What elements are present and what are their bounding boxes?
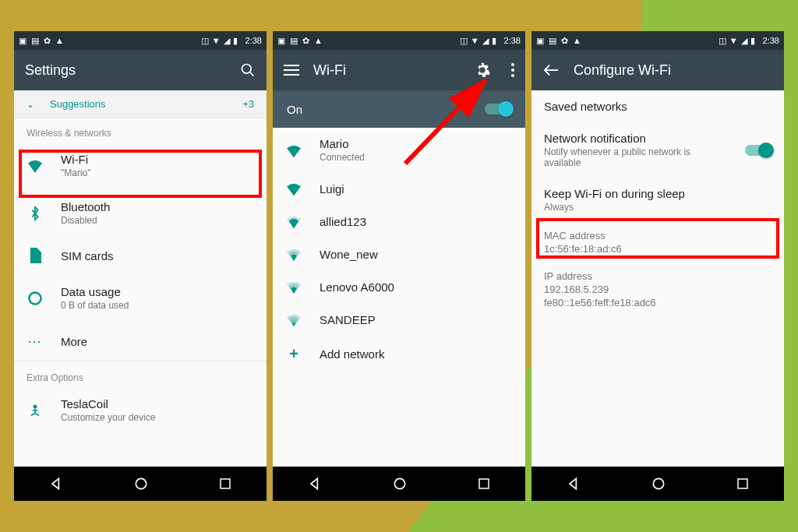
chevron-down-icon: ⌄ [26, 99, 34, 110]
warning-icon: ▲ [314, 36, 323, 46]
tesla-sub: Customize your device [61, 412, 254, 423]
settings-list: ⌄ Suggestions +3 Wireless & networks Wi-… [14, 90, 267, 467]
wifi-toggle-bar: On [273, 90, 525, 128]
search-icon[interactable] [240, 62, 256, 78]
suggestions-count: +3 [242, 98, 254, 110]
keep-label: Keep Wi-Fi on during sleep [544, 187, 772, 200]
overflow-icon[interactable] [511, 63, 514, 77]
home-button[interactable] [133, 476, 149, 491]
ip-value1: 192.168.5.239 [544, 284, 772, 295]
image-icon: ▤ [549, 36, 556, 46]
network-name: Wone_new [320, 248, 513, 261]
wifi-row[interactable]: Wi-Fi "Mario" [14, 142, 267, 189]
saved-label: Saved networks [544, 100, 772, 113]
signal-icon: ◢ [741, 36, 747, 46]
svg-point-0 [242, 65, 252, 74]
network-row[interactable]: allied123 [273, 205, 525, 238]
bluetooth-sub: Disabled [61, 215, 254, 226]
section-extra: Extra Options [14, 361, 267, 386]
back-button[interactable] [48, 476, 64, 491]
status-bar: ▣ ▤ ✿ ▲ ◫ ▼ ◢ ▮ 2:38 [531, 31, 784, 50]
saved-networks-row[interactable]: Saved networks [531, 90, 784, 122]
suggestions-row[interactable]: ⌄ Suggestions +3 [14, 90, 267, 118]
ip-label: IP address [544, 270, 772, 282]
home-button[interactable] [651, 476, 666, 491]
back-arrow-icon[interactable] [542, 63, 560, 77]
add-network-label: Add network [320, 347, 513, 361]
ip-row: IP address 192.168.5.239 fe80::1e56:feff… [531, 262, 784, 316]
svg-point-12 [394, 478, 404, 488]
notification-toggle[interactable] [745, 145, 772, 156]
section-wireless: Wireless & networks [14, 118, 267, 142]
data-row[interactable]: Data usage 0 B of data used [14, 274, 267, 322]
back-button[interactable] [566, 476, 581, 491]
svg-rect-17 [738, 479, 747, 488]
ip-value2: fe80::1e56:feff:fe18:adc6 [544, 297, 772, 308]
network-row[interactable]: Mario Connected [273, 128, 525, 172]
wifi-signal-icon [285, 247, 302, 261]
page-title: Settings [25, 62, 76, 79]
tesla-icon [26, 403, 44, 418]
page-title: Configure Wi-Fi [574, 62, 671, 79]
svg-point-2 [30, 292, 41, 304]
signal-icon: ◢ [224, 36, 230, 46]
svg-rect-13 [479, 479, 489, 488]
network-name: Mario [320, 137, 513, 150]
network-row[interactable]: Luigi [273, 172, 525, 205]
network-name: SANDEEP [320, 313, 513, 326]
data-icon [26, 291, 44, 306]
network-name: Lenovo A6000 [320, 280, 513, 294]
network-row[interactable]: Wone_new [273, 238, 525, 270]
notification-icon: ▣ [536, 36, 544, 46]
bluetooth-row[interactable]: Bluetooth Disabled [14, 189, 267, 237]
wifi-status-icon: ▼ [212, 36, 221, 45]
back-button[interactable] [307, 476, 323, 491]
phone-wifi: ▣ ▤ ✿ ▲ ◫ ▼ ◢ ▮ 2:38 Wi-Fi [273, 31, 525, 501]
battery-icon: ▮ [750, 36, 755, 46]
sim-row[interactable]: SIM cards [14, 237, 267, 274]
gear-icon: ✿ [302, 36, 309, 46]
battery-icon: ▮ [233, 36, 238, 46]
battery-icon: ▮ [492, 36, 496, 46]
notif-label: Network notification [544, 132, 728, 145]
wifi-sub: "Mario" [61, 167, 254, 178]
notification-icon: ▣ [277, 36, 285, 46]
more-label: More [61, 335, 254, 348]
status-bar: ▣ ▤ ✿ ▲ ◫ ▼ ◢ ▮ 2:38 [273, 31, 525, 50]
bluetooth-icon [26, 206, 44, 221]
wifi-signal-icon [285, 312, 302, 326]
more-row[interactable]: ⋯ More [14, 322, 267, 361]
plus-icon: + [285, 345, 302, 363]
tesla-row[interactable]: TeslaCoil Customize your device [14, 386, 267, 434]
wifi-label: Wi-Fi [61, 153, 254, 166]
vibrate-icon: ◫ [719, 36, 726, 46]
network-notification-row[interactable]: Network notification Notify whenever a p… [531, 122, 784, 178]
keep-on-row[interactable]: Keep Wi-Fi on during sleep Always [531, 178, 784, 222]
add-network-row[interactable]: + Add network [273, 336, 525, 372]
recent-button[interactable] [736, 477, 750, 491]
svg-point-16 [653, 478, 663, 488]
mac-row: MAC address 1c:56:fe:18:ad:c6 [531, 222, 784, 262]
network-row[interactable]: Lenovo A6000 [273, 270, 525, 303]
network-row[interactable]: SANDEEP [273, 303, 525, 336]
signal-icon: ◢ [482, 36, 489, 46]
clock: 2:38 [504, 36, 521, 45]
wifi-signal-icon [285, 143, 302, 157]
nav-bar [531, 467, 784, 501]
warning-icon: ▲ [573, 36, 581, 46]
menu-icon[interactable] [284, 64, 299, 76]
svg-point-10 [511, 69, 514, 72]
recent-button[interactable] [218, 477, 232, 491]
svg-line-1 [250, 72, 254, 76]
home-button[interactable] [392, 476, 408, 491]
wifi-signal-icon [285, 280, 302, 294]
settings-icon[interactable] [474, 62, 491, 79]
wifi-signal-icon [285, 181, 302, 196]
warning-icon: ▲ [55, 36, 64, 46]
page-title: Wi-Fi [313, 62, 346, 79]
recent-button[interactable] [477, 477, 491, 491]
notif-sub: Notify whenever a public network is avai… [544, 146, 728, 168]
clock: 2:38 [245, 36, 262, 45]
vibrate-icon: ◫ [460, 36, 468, 46]
wifi-toggle[interactable] [485, 104, 511, 115]
